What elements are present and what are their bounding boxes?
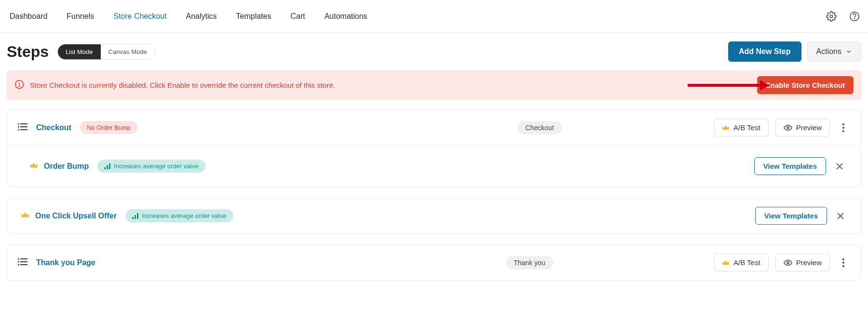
svg-point-36	[842, 262, 844, 264]
chart-bar-icon	[132, 213, 139, 219]
no-order-bump-badge: No Order Bump	[80, 121, 137, 134]
preview-button[interactable]: Preview	[775, 119, 830, 136]
view-templates-button[interactable]: View Templates	[755, 207, 827, 225]
nav-templates[interactable]: Templates	[227, 0, 281, 33]
enable-store-checkout-button[interactable]: Enable Store Checkout	[757, 76, 854, 94]
step-order-bump-link[interactable]: Order Bump	[44, 162, 89, 171]
nav-automations[interactable]: Automations	[315, 0, 377, 33]
nav-cart[interactable]: Cart	[281, 0, 314, 33]
svg-point-12	[18, 126, 19, 128]
top-nav: Dashboard Funnels Store Checkout Analyti…	[0, 0, 868, 33]
svg-rect-24	[135, 215, 136, 219]
crown-icon	[722, 124, 730, 131]
drag-handle-icon[interactable]	[18, 257, 27, 268]
preview-button[interactable]: Preview	[775, 254, 830, 271]
step-card-checkout: Checkout No Order Bump Checkout A/B Test…	[7, 109, 861, 187]
view-templates-button[interactable]: View Templates	[754, 157, 826, 175]
svg-point-34	[787, 261, 789, 264]
svg-point-1	[850, 12, 859, 20]
svg-point-35	[842, 258, 844, 260]
svg-point-5	[19, 86, 20, 87]
info-icon	[14, 80, 24, 91]
nav-funnels[interactable]: Funnels	[57, 0, 104, 33]
svg-rect-20	[109, 163, 110, 169]
drag-handle-icon[interactable]	[18, 122, 27, 133]
svg-rect-23	[132, 217, 134, 219]
step-upsell-link[interactable]: One Click Upsell Offer	[35, 212, 117, 220]
gear-icon[interactable]	[823, 8, 840, 25]
step-checkout-link[interactable]: Checkout	[36, 123, 71, 132]
nav-analytics[interactable]: Analytics	[176, 0, 226, 33]
step-card-upsell: One Click Upsell Offer Increases average…	[7, 198, 861, 234]
crown-icon	[722, 259, 730, 266]
list-mode-button[interactable]: List Mode	[58, 44, 100, 59]
svg-point-33	[18, 264, 19, 266]
svg-marker-7	[760, 80, 770, 91]
step-thankyou-link[interactable]: Thank you Page	[36, 258, 95, 267]
more-options-button[interactable]	[837, 121, 850, 135]
svg-point-15	[842, 123, 844, 125]
svg-point-32	[18, 261, 19, 263]
help-icon[interactable]	[846, 8, 863, 25]
svg-point-0	[830, 15, 833, 18]
nav-store-checkout[interactable]: Store Checkout	[104, 0, 176, 33]
canvas-mode-button[interactable]: Canvas Mode	[101, 44, 155, 59]
order-bump-pill: Increases average order value	[97, 160, 205, 173]
svg-rect-18	[104, 167, 106, 169]
chart-bar-icon	[104, 163, 111, 169]
svg-point-16	[842, 127, 844, 129]
ab-test-button[interactable]: A/B Test	[714, 254, 769, 271]
upsell-pill: Increases average order value	[125, 209, 233, 222]
ab-test-button[interactable]: A/B Test	[714, 119, 769, 136]
svg-point-17	[842, 130, 844, 132]
more-options-button[interactable]	[837, 256, 850, 270]
svg-point-31	[18, 258, 19, 260]
add-new-step-button[interactable]: Add New Step	[728, 41, 801, 62]
svg-point-13	[18, 129, 19, 131]
alert-banner: Store Checkout is currently disabled. Cl…	[7, 70, 861, 100]
mode-switch: List Mode Canvas Mode	[57, 44, 155, 60]
crown-icon	[21, 211, 29, 220]
eye-icon	[784, 124, 792, 131]
step-type-badge: Checkout	[517, 121, 561, 135]
chevron-down-icon	[845, 48, 852, 55]
page-header: Steps List Mode Canvas Mode Add New Step…	[0, 33, 868, 70]
svg-point-2	[854, 18, 854, 19]
close-icon[interactable]	[833, 160, 846, 173]
svg-rect-19	[107, 165, 108, 169]
step-type-badge: Thank you	[506, 256, 553, 270]
svg-rect-25	[137, 213, 138, 219]
svg-point-11	[18, 123, 19, 125]
actions-button[interactable]: Actions	[807, 41, 861, 62]
crown-icon	[29, 162, 38, 171]
alert-text: Store Checkout is currently disabled. Cl…	[30, 81, 757, 89]
page-title: Steps	[7, 43, 49, 61]
nav-dashboard[interactable]: Dashboard	[0, 0, 57, 33]
annotation-arrow-icon	[688, 78, 770, 93]
svg-point-37	[842, 265, 844, 267]
svg-point-14	[787, 126, 789, 129]
close-icon[interactable]	[834, 209, 847, 223]
eye-icon	[784, 259, 792, 266]
step-card-thankyou: Thank you Page Thank you A/B Test Previe…	[7, 244, 861, 281]
